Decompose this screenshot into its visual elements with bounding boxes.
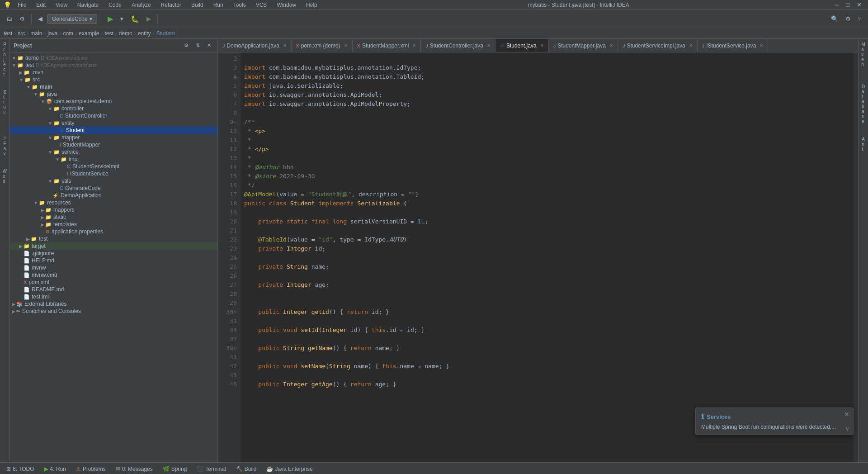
run-config-dropdown[interactable]: ▾ [118,14,126,24]
tree-item-test-src[interactable]: ▶ 📁 test [10,235,217,242]
tab-studentmapperxml[interactable]: X StudentMapper.xml ✕ [353,39,421,52]
breadcrumb-java[interactable]: java [47,30,57,37]
database-icon[interactable]: Database [860,83,866,125]
maven-icon[interactable]: Maven [860,41,866,68]
tree-item-studentmapper[interactable]: ▶ I StudentMapper [10,141,217,148]
tree-item-templates[interactable]: ▶ 📁 templates [10,221,217,228]
tree-item-controller[interactable]: ▼ 📁 controller [10,105,217,112]
breadcrumb-example[interactable]: example [79,30,99,37]
breadcrumb-entity[interactable]: entity [138,30,151,37]
project-icon-btn[interactable]: 🗂 [4,14,15,24]
ant-icon[interactable]: Ant [860,135,866,153]
menu-code[interactable]: Code [107,1,123,9]
tree-item-extlibs[interactable]: ▶ 📚 External Libraries [10,300,217,308]
notification-close-btn[interactable]: ✕ [844,411,849,418]
menu-navigate[interactable]: Navigate [75,1,100,9]
menu-file[interactable]: File [16,1,28,9]
tree-item-package[interactable]: ▼ 📦 com.example.test.demo [10,98,217,105]
tree-item-main[interactable]: ▼ 📁 main [10,83,217,90]
menu-vcs[interactable]: VCS [254,1,269,9]
tree-item-iss[interactable]: ▶ I IStudentService [10,170,217,177]
tree-item-demo[interactable]: ▼ 📁 demo D:\IDEAproject\demo [10,54,217,62]
tab-pomxml[interactable]: X pom.xml (demo) ✕ [292,39,353,52]
tree-item-service[interactable]: ▼ 📁 service [10,148,217,156]
tree-item-studentcontroller[interactable]: ▶ C StudentController [10,112,217,119]
debug-btn[interactable]: 🐛 [128,13,142,25]
menu-build[interactable]: Build [189,1,205,9]
navigate-back-btn[interactable]: ◀ [35,14,45,24]
sidebar-structure-icon[interactable]: Struc [2,88,8,116]
coverage-btn[interactable]: ▶ [144,14,154,24]
close-button[interactable]: ✕ [854,0,864,10]
tree-item-impl[interactable]: ▼ 📁 impl [10,156,217,163]
tree-item-readmemd[interactable]: ▶ 📄 README.md [10,286,217,293]
menu-help[interactable]: Help [304,1,319,9]
tab-java-enterprise[interactable]: ☕ Java Enterprise [262,465,317,474]
menu-window[interactable]: Window [275,1,298,9]
tab-student[interactable]: ☆ Student.java ✕ [495,39,549,52]
breadcrumb-test[interactable]: test [4,30,12,37]
tree-item-appprops[interactable]: ▶ ⚙ application.properties [10,228,217,235]
sidebar-web-icon[interactable]: Web [1,167,8,185]
tree-item-entity[interactable]: ▼ 📁 entity [10,119,217,127]
breadcrumb-main[interactable]: main [30,30,42,37]
menu-edit[interactable]: Edit [34,1,47,9]
menu-analyze[interactable]: Analyze [130,1,153,9]
tree-item-mappers[interactable]: ▶ 📁 mappers [10,206,217,213]
tree-item-test-root[interactable]: ▼ 📁 test D:\IDEAproject\mybatis\test [10,62,217,69]
tree-item-demoapplication[interactable]: ▶ ⚡ DemoApplication [10,192,217,199]
tab-close-student[interactable]: ✕ [540,43,544,48]
search-everywhere-btn[interactable]: 🔍 [828,14,841,24]
tab-todo[interactable]: ⊠ 6: TODO [2,465,39,474]
tree-item-mvnw[interactable]: ▶ 📄 mvnw [10,264,217,271]
settings-gear-btn[interactable]: ⚙ [843,14,854,24]
breadcrumb-student[interactable]: Student [156,30,175,37]
tab-close-iss[interactable]: ✕ [760,43,763,48]
tab-build[interactable]: 🔨 Build [231,465,261,474]
tab-spring[interactable]: 🌿 Spring [158,465,192,474]
menu-tools[interactable]: Tools [231,1,248,9]
editor-content[interactable]: 2 3 4 5 6 7 8 9⊖ 10 11 12 13 14 15 16 17… [218,52,858,462]
project-panel-settings-btn[interactable]: ⚙ [181,41,191,50]
run-btn[interactable]: ▶ [105,13,116,25]
tree-item-mapper[interactable]: ▼ 📁 mapper [10,134,217,141]
tree-item-mvnwcmd[interactable]: ▶ 📄 mvnw.cmd [10,271,217,279]
menu-run[interactable]: Run [212,1,225,9]
tree-item-resources[interactable]: ▼ 📁 resources [10,199,217,206]
tab-close-ssimpl[interactable]: ✕ [689,43,693,48]
settings-btn[interactable]: ⚙ [17,14,28,24]
tab-terminal[interactable]: ⬛ Terminal [192,465,230,474]
tab-messages[interactable]: ✉ 0: Messages [111,465,157,474]
tree-item-src[interactable]: ▼ 📁 src [10,76,217,83]
tree-item-mvn[interactable]: ▶ 📁 .mvn [10,69,217,76]
menu-refactor[interactable]: Refactor [159,1,183,9]
maximize-button[interactable]: □ [843,0,852,10]
tree-item-scratches[interactable]: ▶ ✏ Scratches and Consoles [10,308,217,315]
tab-studentcontroller[interactable]: J StudentController.java ✕ [421,39,495,52]
breadcrumb-src[interactable]: src [18,30,25,37]
tab-problems[interactable]: ⚠ Problems [71,465,110,474]
tree-item-student[interactable]: ▶ ☆ Student [10,127,217,134]
tree-item-static[interactable]: ▶ 📁 static [10,213,217,221]
breadcrumb-test2[interactable]: test [104,30,113,37]
tab-demoapplication[interactable]: J DemoApplication.java ✕ [218,39,292,52]
sidebar-favorites-icon[interactable]: 2Fav [2,135,7,157]
tree-item-utils[interactable]: ▼ 📁 utils [10,177,217,185]
minimize-button[interactable]: ─ [832,0,841,10]
tree-item-gitignore[interactable]: ▶ 📄 .gitignore [10,250,217,257]
tree-item-generatecode[interactable]: ▶ C GenerateCode [10,185,217,192]
notification-expand-arrow[interactable]: ∨ [845,426,849,432]
menu-view[interactable]: View [54,1,69,9]
tab-istudentservice[interactable]: J IStudentService.java ✕ [698,39,769,52]
tab-close-demoapplication[interactable]: ✕ [283,43,287,48]
tree-item-pomxml[interactable]: ▶ X pom.xml [10,279,217,286]
tab-run[interactable]: ▶ 4: Run [40,465,71,474]
tree-item-testiml[interactable]: ▶ 📄 test.iml [10,293,217,300]
tab-close-smxml[interactable]: ✕ [412,43,416,48]
editor-scrollbar[interactable] [854,52,858,462]
breadcrumb-demo[interactable]: demo [119,30,132,37]
tab-close-smapper[interactable]: ✕ [609,43,613,48]
tree-item-target[interactable]: ▶ 📁 target [10,242,217,250]
project-panel-expand-btn[interactable]: ⇅ [193,41,203,50]
project-panel-close-btn[interactable]: ✕ [204,41,214,50]
